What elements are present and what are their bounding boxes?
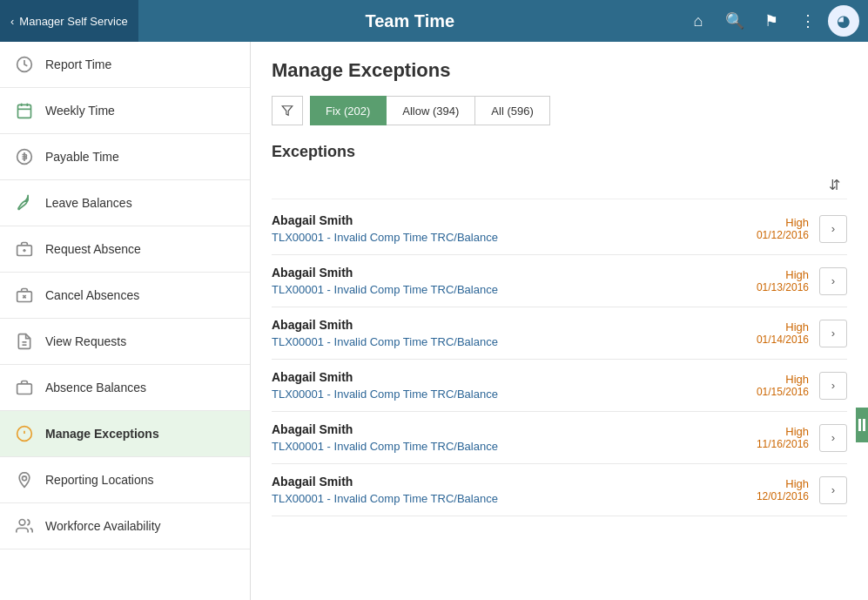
sidebar-item-report-time[interactable]: Report Time [0,42,250,88]
sidebar-label-report-time: Report Time [45,57,111,71]
sidebar-item-absence-balances[interactable]: Absence Balances [0,365,250,411]
right-panel-tab[interactable] [856,408,868,442]
exception-chevron[interactable]: › [819,320,847,347]
exception-name: Abagail Smith [272,370,757,384]
filter-button[interactable] [272,96,303,125]
exception-right: High 01/12/2016 › [757,215,847,243]
more-icon[interactable]: ⋮ [791,4,824,37]
exception-meta: High 12/01/2016 [757,477,809,502]
exception-date: 01/12/2016 [757,229,809,241]
svg-rect-1 [18,104,31,118]
exception-meta: High 01/14/2016 [757,320,809,346]
exception-item: Abagail Smith TLX00001 - Invalid Comp Ti… [272,412,847,464]
exception-name: Abagail Smith [272,266,757,280]
sort-bar: ⇵ [272,172,847,199]
exception-chevron[interactable]: › [819,267,847,295]
svg-point-19 [19,520,25,526]
exception-right: High 01/14/2016 › [757,320,847,347]
exception-right: High 01/13/2016 › [757,267,847,295]
sidebar-item-payable-time[interactable]: Payable Time [0,134,250,180]
pay-icon [14,146,35,167]
page-title: Manage Exceptions [272,59,847,82]
exception-chevron[interactable]: › [819,476,847,504]
sidebar-label-request-absence: Request Absence [45,242,141,256]
exception-date: 01/13/2016 [757,281,809,293]
exception-chevron[interactable]: › [819,372,847,400]
sidebar-label-reporting-locations: Reporting Locations [45,473,154,487]
flag-icon[interactable]: ⚑ [755,4,788,37]
exception-meta: High 01/12/2016 [757,216,809,241]
exception-left: Abagail Smith TLX00001 - Invalid Comp Ti… [272,422,757,453]
compass-icon[interactable]: ◕ [828,5,859,37]
exception-date: 12/01/2016 [757,490,809,502]
filter-row: Fix (202) Allow (394) All (596) [272,96,847,125]
exception-name: Abagail Smith [272,318,757,332]
back-label: Manager Self Service [19,15,127,28]
exception-right: High 01/15/2016 › [757,372,847,400]
exception-item: Abagail Smith TLX00001 - Invalid Comp Ti… [272,255,847,307]
exception-right: High 12/01/2016 › [757,476,847,504]
reporting-locations-icon [14,469,35,490]
absence-balances-icon [14,377,35,398]
svg-rect-21 [858,419,861,431]
sidebar-item-cancel-absences[interactable]: Cancel Absences [0,273,250,319]
search-icon[interactable]: 🔍 [718,4,751,37]
sidebar-item-view-requests[interactable]: View Requests [0,319,250,365]
exception-left: Abagail Smith TLX00001 - Invalid Comp Ti… [272,318,757,348]
exception-left: Abagail Smith TLX00001 - Invalid Comp Ti… [272,266,757,296]
leaf-icon [14,192,35,213]
severity-badge: High [757,373,809,386]
exception-meta: High 01/13/2016 [757,268,809,293]
exception-item: Abagail Smith TLX00001 - Invalid Comp Ti… [272,203,847,255]
exception-date: 11/16/2016 [757,438,809,450]
back-button[interactable]: ‹ Manager Self Service [0,0,138,42]
sidebar-item-request-absence[interactable]: Request Absence [0,226,250,273]
exception-chevron[interactable]: › [819,215,847,243]
header-title: Team Time [138,11,682,31]
view-requests-icon [14,331,35,352]
sidebar-item-reporting-locations[interactable]: Reporting Locations [0,457,250,503]
back-chevron-icon: ‹ [10,15,14,28]
svg-marker-20 [282,106,293,116]
clock-icon [14,54,35,75]
sidebar-label-view-requests: View Requests [45,334,126,348]
manage-exceptions-icon [14,423,35,444]
sidebar-label-payable-time: Payable Time [45,150,119,164]
exception-code[interactable]: TLX00001 - Invalid Comp Time TRC/Balance [272,388,757,401]
exception-code[interactable]: TLX00001 - Invalid Comp Time TRC/Balance [272,440,757,453]
sort-icon[interactable]: ⇵ [829,177,840,193]
svg-rect-14 [17,384,32,394]
home-icon[interactable]: ⌂ [682,4,715,37]
svg-point-18 [23,476,27,481]
sidebar-label-leave-balances: Leave Balances [45,196,132,210]
severity-badge: High [757,268,809,281]
exception-code[interactable]: TLX00001 - Invalid Comp Time TRC/Balance [272,231,757,244]
section-title: Exceptions [272,143,847,161]
exception-left: Abagail Smith TLX00001 - Invalid Comp Ti… [272,475,757,505]
tab-allow[interactable]: Allow (394) [387,96,475,125]
sidebar-label-cancel-absences: Cancel Absences [45,288,139,302]
sidebar-label-absence-balances: Absence Balances [45,381,146,394]
exception-left: Abagail Smith TLX00001 - Invalid Comp Ti… [272,370,757,401]
header-icons: ⌂ 🔍 ⚑ ⋮ ◕ [682,4,868,37]
exception-name: Abagail Smith [272,422,757,436]
sidebar-item-manage-exceptions[interactable]: Manage Exceptions [0,411,250,457]
cancel-absence-icon [14,285,35,306]
severity-badge: High [757,477,809,490]
sidebar-label-manage-exceptions: Manage Exceptions [45,427,159,441]
exception-code[interactable]: TLX00001 - Invalid Comp Time TRC/Balance [272,492,757,505]
exception-item: Abagail Smith TLX00001 - Invalid Comp Ti… [272,307,847,360]
exception-left: Abagail Smith TLX00001 - Invalid Comp Ti… [272,213,757,244]
exception-code[interactable]: TLX00001 - Invalid Comp Time TRC/Balance [272,335,757,348]
tab-all[interactable]: All (596) [475,96,549,125]
exception-code[interactable]: TLX00001 - Invalid Comp Time TRC/Balance [272,283,757,296]
sidebar-item-weekly-time[interactable]: Weekly Time [0,88,250,134]
exception-item: Abagail Smith TLX00001 - Invalid Comp Ti… [272,464,847,516]
tab-fix[interactable]: Fix (202) [310,96,387,125]
sidebar-label-weekly-time: Weekly Time [45,104,115,118]
sidebar: Report Time Weekly Time Payable Time Lea… [0,42,251,600]
sidebar-item-leave-balances[interactable]: Leave Balances [0,180,250,226]
exception-chevron[interactable]: › [819,424,847,452]
severity-badge: High [757,216,809,229]
sidebar-item-workforce-availability[interactable]: Workforce Availability [0,503,250,549]
